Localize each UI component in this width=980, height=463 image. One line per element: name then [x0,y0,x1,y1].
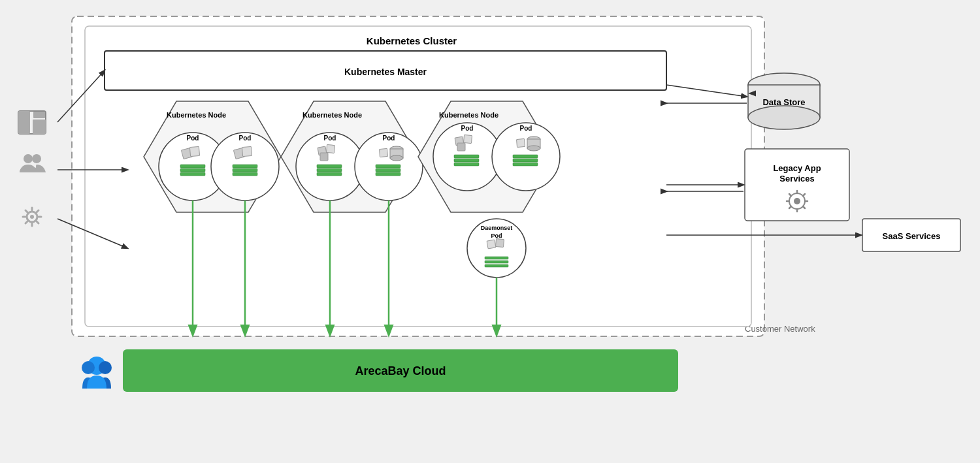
svg-rect-34 [376,168,400,172]
saas-services-label: SaaS Services [883,231,941,241]
svg-text:Pod: Pod [491,232,502,239]
svg-rect-27 [317,168,342,172]
node3-pod2-label: Pod [520,125,532,132]
svg-rect-22 [233,172,257,176]
node1-pod2-label: Pod [239,135,252,142]
svg-point-4 [30,215,34,219]
node2-label: Kubernetes Node [302,111,362,119]
svg-rect-47 [513,159,538,162]
svg-rect-51 [495,238,504,247]
svg-rect-52 [485,257,508,259]
people-icon[interactable] [24,154,33,163]
svg-rect-41 [454,163,479,166]
svg-rect-20 [233,165,257,168]
svg-rect-39 [454,155,479,158]
node2-pod2-label: Pod [383,135,395,142]
svg-rect-17 [180,172,205,176]
user-icon-left [82,361,95,374]
svg-point-32 [390,155,403,161]
svg-rect-24 [326,144,335,153]
user-icon-right [99,361,112,374]
svg-point-45 [527,146,540,151]
svg-rect-40 [454,159,479,162]
svg-rect-35 [376,172,400,176]
node3-pod1-label: Pod [461,125,474,132]
svg-rect-21 [233,168,257,172]
svg-rect-42 [516,138,525,147]
arecabay-cloud-label: ArecaBay Cloud [355,364,446,377]
svg-line-9 [25,210,27,212]
svg-rect-29 [379,148,387,157]
svg-rect-25 [320,153,328,161]
svg-rect-54 [485,264,508,267]
data-store-bottom [748,106,820,129]
svg-rect-19 [242,146,252,156]
svg-point-3 [32,154,41,163]
svg-line-12 [37,210,39,212]
k8s-master-title: Kubernetes Master [344,67,427,77]
svg-rect-2 [33,112,45,118]
svg-point-56 [794,198,800,204]
svg-line-10 [37,221,39,223]
legacy-app-label-line1: Legacy App [773,163,821,173]
node1-label: Kubernetes Node [167,111,226,119]
svg-rect-16 [180,168,205,172]
svg-rect-50 [487,240,496,249]
svg-rect-33 [376,165,400,168]
svg-rect-28 [317,172,342,176]
svg-rect-0 [18,111,30,134]
svg-rect-46 [513,155,538,158]
node1-pod1-label: Pod [187,135,199,142]
data-store-label: Data Store [762,97,805,107]
node3-label: Kubernetes Node [439,111,498,119]
svg-rect-26 [317,165,342,168]
svg-rect-15 [180,165,205,168]
svg-rect-38 [457,143,465,151]
page-wrapper: Customer Network Kubernetes Cluster Kube… [0,0,980,463]
k8s-cluster-title: Kubernetes Cluster [367,35,457,46]
svg-rect-48 [513,163,538,166]
legacy-app-label-line2: Services [779,174,815,184]
svg-line-11 [25,221,27,223]
svg-rect-1 [33,120,46,134]
daemonset-pod-label: Daemonset [481,225,513,231]
svg-rect-53 [485,261,508,263]
svg-rect-14 [189,146,199,156]
node2-pod1-label: Pod [324,135,336,142]
customer-network-label: Customer Network [745,324,815,334]
svg-rect-37 [463,135,472,143]
